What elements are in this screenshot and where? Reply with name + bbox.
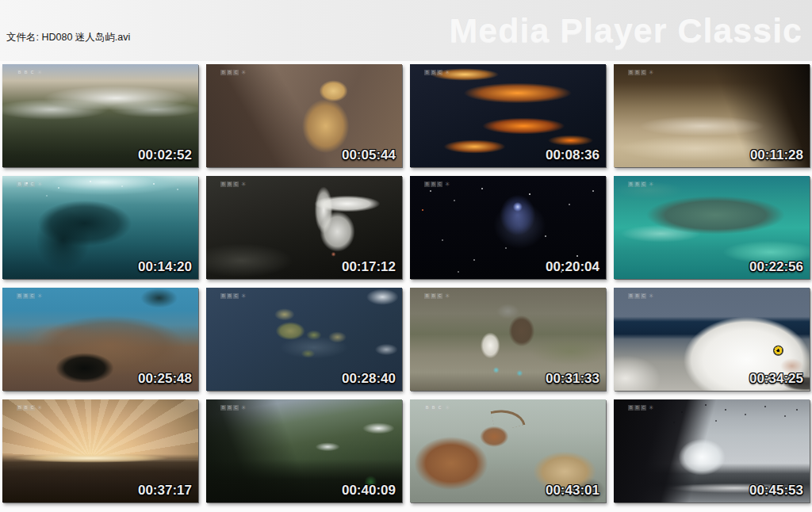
timestamp-overlay: 00:02:52 (138, 147, 192, 163)
bbc-logo-watermark: BBC✳ (17, 405, 43, 411)
video-thumbnail-islands: BBC✳00:28:40 (206, 288, 402, 391)
bbc-symbol-icon: ✳ (241, 293, 247, 299)
bbc-symbol-icon: ✳ (649, 70, 654, 75)
bbc-symbol-icon: ✳ (241, 405, 247, 411)
bbc-logo-watermark: BBC✳ (628, 181, 654, 187)
video-thumbnail-sunset: BBC✳00:37:17 (2, 399, 198, 502)
video-thumbnail-tuna: BBC✳00:22:56 (614, 176, 810, 279)
bbc-logo-watermark: BBC✳ (424, 293, 450, 299)
bbc-symbol-icon: ✳ (649, 181, 654, 187)
timestamp-overlay: 00:25:48 (138, 371, 192, 387)
video-thumbnail-ridge: BBC✳00:40:09 (206, 399, 402, 502)
bbc-logo-watermark: BBC✳ (424, 405, 450, 411)
bbc-logo-watermark: BBC✳ (17, 70, 43, 75)
video-thumbnail-boobies: BBC✳00:31:33 (410, 288, 606, 391)
timestamp-overlay: 00:34:25 (749, 371, 803, 387)
video-thumbnail-sea-lion: BBC✳00:14:20 (2, 176, 198, 279)
file-info-header: 文件名: HD080 迷人岛屿.avi 文件大小: 2195MB (230230… (0, 0, 812, 61)
video-thumbnail-goat: BBC✳00:43:01 (410, 399, 606, 502)
timestamp-overlay: 00:45:53 (749, 483, 803, 499)
file-name-line: 文件名: HD080 迷人岛屿.avi (6, 31, 179, 44)
bbc-logo-watermark: BBC✳ (424, 70, 450, 75)
video-thumbnail-lava: BBC✳00:08:36 (410, 64, 606, 167)
timestamp-overlay: 00:14:20 (138, 259, 192, 275)
bbc-symbol-icon: ✳ (445, 293, 450, 299)
bbc-symbol-icon: ✳ (445, 405, 450, 411)
bbc-logo-watermark: BBC✳ (220, 293, 247, 299)
bbc-logo-watermark: BBC✳ (17, 293, 43, 299)
bbc-logo-watermark: BBC✳ (17, 181, 43, 187)
bbc-logo-watermark: BBC✳ (220, 405, 247, 411)
bbc-logo-watermark: BBC✳ (628, 70, 654, 75)
bbc-symbol-icon: ✳ (445, 70, 450, 75)
bbc-symbol-icon: ✳ (37, 405, 43, 411)
timestamp-overlay: 00:43:01 (546, 483, 599, 499)
bbc-logo-watermark: BBC✳ (220, 181, 247, 187)
bbc-logo-watermark: BBC✳ (628, 405, 654, 411)
bbc-logo-watermark: BBC✳ (424, 181, 450, 187)
timestamp-overlay: 00:20:04 (546, 259, 599, 275)
timestamp-overlay: 00:37:17 (138, 483, 192, 499)
bbc-symbol-icon: ✳ (649, 405, 654, 411)
timestamp-overlay: 00:40:09 (342, 483, 396, 499)
timestamp-overlay: 00:28:40 (342, 371, 396, 387)
bbc-symbol-icon: ✳ (37, 70, 43, 75)
video-thumbnail-plankton: BBC✳00:20:04 (410, 176, 606, 279)
media-player-classic-watermark: Media Player Classic (450, 11, 802, 50)
timestamp-overlay: 00:22:56 (749, 259, 803, 275)
video-thumbnail-surf-rocks: BBC✳00:11:28 (614, 64, 810, 167)
timestamp-overlay: 00:08:36 (546, 147, 599, 163)
thumbnail-grid: BBC✳00:02:52BBC✳00:05:44BBC✳00:08:36BBC✳… (0, 61, 812, 502)
video-thumbnail-gull: BBC✳00:17:12 (206, 176, 402, 279)
bbc-symbol-icon: ✳ (649, 293, 654, 299)
video-thumbnail-booby-head: BBC✳00:34:25 (614, 288, 810, 391)
bbc-logo-watermark: BBC✳ (220, 70, 247, 75)
timestamp-overlay: 00:11:28 (750, 147, 803, 163)
timestamp-overlay: 00:31:33 (546, 371, 599, 387)
bbc-symbol-icon: ✳ (241, 181, 247, 187)
bbc-symbol-icon: ✳ (445, 181, 450, 187)
timestamp-overlay: 00:05:44 (342, 147, 396, 163)
bbc-symbol-icon: ✳ (37, 293, 43, 299)
video-thumbnail-cliff-surf: BBC✳00:45:53 (614, 399, 810, 502)
bbc-logo-watermark: BBC✳ (628, 293, 654, 299)
video-thumbnail-misty-hills: BBC✳00:02:52 (2, 64, 198, 167)
bbc-symbol-icon: ✳ (37, 181, 43, 187)
timestamp-overlay: 00:17:12 (342, 259, 396, 275)
video-thumbnail-iguana: BBC✳00:05:44 (206, 64, 402, 167)
bbc-symbol-icon: ✳ (241, 70, 247, 75)
video-thumbnail-reef: BBC✳00:25:48 (2, 288, 198, 391)
